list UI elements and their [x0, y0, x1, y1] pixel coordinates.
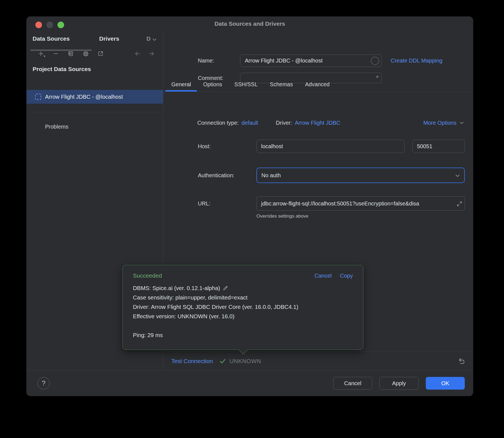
authentication-row: Authentication: No auth: [197, 168, 465, 183]
case-sensitivity-line: Case sensitivity: plain=upper, delimited…: [133, 293, 353, 302]
test-connection-link[interactable]: Test Connection: [171, 358, 213, 364]
tab-ssh-ssl[interactable]: SSH/SSL: [228, 77, 264, 92]
expand-editor-icon[interactable]: [373, 75, 379, 81]
popup-cancel-link[interactable]: Cancel: [314, 273, 332, 279]
url-label: URL:: [198, 200, 211, 207]
authentication-select[interactable]: No auth: [256, 168, 465, 183]
settings-tabs: General Options SSH/SSL Schemas Advanced: [165, 77, 336, 92]
connection-result-text: UNKNOWN: [230, 358, 261, 364]
more-options-link[interactable]: More Options: [423, 120, 465, 126]
window-title: Data Sources and Drivers: [27, 20, 473, 27]
tab-overflow-chevron-icon[interactable]: [151, 36, 158, 43]
url-override-hint: Overrides settings above: [256, 213, 308, 219]
datasource-list-item[interactable]: Arrow Flight JDBC - @localhost: [27, 90, 163, 104]
url-row: URL: jdbc:arrow-flight-sql://localhost:5…: [197, 196, 465, 211]
undo-icon[interactable]: [458, 357, 466, 365]
tab-data-sources[interactable]: Data Sources: [33, 35, 70, 42]
driver-info-line: Driver: Arrow Flight SQL JDBC Driver Cor…: [133, 302, 353, 312]
host-label: Host:: [198, 143, 211, 150]
cancel-button[interactable]: Cancel: [333, 377, 372, 390]
desktop-background: Data Sources and Drivers Data Sources Dr…: [0, 0, 504, 438]
name-status-circle-icon: [371, 57, 379, 65]
back-arrow-icon[interactable]: [134, 50, 141, 58]
connection-type-row: Connection type: default Driver: Arrow F…: [197, 117, 465, 129]
host-input[interactable]: localhost: [256, 140, 405, 153]
dbms-info-line: DBMS: Spice.ai (ver. 0.12.1-alpha): [133, 283, 353, 293]
tab-options[interactable]: Options: [197, 77, 228, 92]
popup-copy-link[interactable]: Copy: [340, 273, 353, 279]
status-succeeded: Succeeded: [133, 272, 162, 279]
host-value: localhost: [261, 143, 283, 150]
url-input[interactable]: jdbc:arrow-flight-sql://localhost:50051?…: [256, 196, 465, 211]
remove-datasource-button[interactable]: [52, 50, 60, 58]
sidebar-toolbar: [27, 49, 163, 59]
apply-button[interactable]: Apply: [379, 377, 419, 390]
project-data-sources-header: Project Data Sources: [33, 66, 91, 72]
authentication-label: Authentication:: [198, 172, 234, 179]
settings-gear-icon[interactable]: [82, 50, 90, 58]
sidebar-divider: [31, 112, 161, 112]
tab-general[interactable]: General: [165, 77, 197, 92]
datasource-icon: [35, 94, 41, 100]
create-ddl-mapping-link[interactable]: Create DDL Mapping: [391, 58, 442, 64]
ping-line: Ping: 29 ms: [133, 330, 353, 340]
add-dropdown-caret-icon: [43, 56, 45, 57]
tab-advanced[interactable]: Advanced: [299, 77, 336, 92]
ok-button[interactable]: OK: [426, 377, 465, 390]
driver-label: Driver:: [276, 120, 292, 126]
authentication-value: No auth: [261, 172, 281, 179]
connection-type-value-link[interactable]: default: [242, 120, 258, 126]
history-nav: [134, 50, 155, 58]
sidebar-item-problems[interactable]: Problems: [45, 121, 68, 133]
name-label: Name:: [198, 58, 214, 64]
titlebar: Data Sources and Drivers: [27, 17, 473, 32]
data-sources-dialog: Data Sources and Drivers Data Sources Dr…: [27, 17, 473, 396]
dialog-footer: ? Cancel Apply OK: [27, 370, 473, 396]
name-input[interactable]: Arrow Flight JDBC - @localhost: [240, 54, 382, 67]
forward-arrow-icon[interactable]: [148, 50, 155, 58]
chevron-down-icon: [454, 172, 460, 178]
test-connection-result-popup: Succeeded Cancel Copy DBMS: Spice.ai (ve…: [122, 265, 363, 350]
port-value: 50051: [417, 143, 432, 150]
expand-editor-icon[interactable]: [456, 200, 462, 207]
datasource-item-label: Arrow Flight JDBC - @localhost: [45, 94, 123, 100]
open-in-new-window-icon[interactable]: [97, 50, 104, 58]
effective-version-line: Effective version: UNKNOWN (ver. 16.0): [133, 312, 353, 321]
help-button[interactable]: ?: [38, 377, 50, 389]
add-datasource-button[interactable]: [37, 50, 45, 58]
tab-drivers[interactable]: Drivers: [99, 35, 119, 42]
name-value: Arrow Flight JDBC - @localhost: [245, 58, 322, 64]
chevron-down-icon: [459, 120, 465, 126]
edit-pencil-icon[interactable]: [222, 285, 229, 291]
success-check-icon: [219, 358, 226, 365]
test-connection-bar: Test Connection UNKNOWN: [163, 351, 473, 371]
tab-schemas[interactable]: Schemas: [264, 77, 299, 92]
driver-value-link[interactable]: Arrow Flight JDBC: [295, 120, 340, 126]
duplicate-icon[interactable]: [67, 50, 75, 58]
host-port-row: Host: localhost Port: 50051: [197, 140, 465, 153]
connection-type-label: Connection type:: [197, 120, 239, 126]
url-value: jdbc:arrow-flight-sql://localhost:50051?…: [261, 200, 419, 207]
port-input[interactable]: 50051: [412, 140, 465, 153]
tabs-divider: [163, 92, 473, 92]
